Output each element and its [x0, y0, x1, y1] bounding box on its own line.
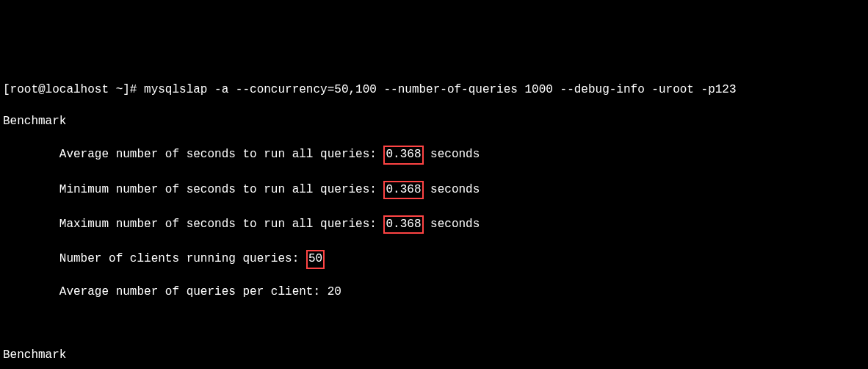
blank-line	[3, 316, 865, 332]
stat-unit: seconds	[424, 183, 480, 196]
highlighted-value: 50	[306, 250, 325, 269]
benchmark-min-line: Minimum number of seconds to run all que…	[3, 181, 865, 200]
highlighted-value: 0.368	[383, 181, 423, 200]
benchmark-max-line: Maximum number of seconds to run all que…	[3, 215, 865, 234]
stat-text: Average number of queries per client: 20	[59, 285, 341, 298]
benchmark-title: Benchmark	[3, 114, 865, 130]
benchmark-clients-line: Number of clients running queries: 50	[3, 250, 865, 269]
stat-unit: seconds	[424, 148, 480, 161]
stat-label: Number of clients running queries:	[59, 252, 306, 265]
stat-label: Average number of seconds to run all que…	[59, 148, 384, 161]
terminal-output: [root@localhost ~]# mysqlslap -a --concu…	[3, 66, 865, 369]
command-text: mysqlslap -a --concurrency=50,100 --numb…	[144, 83, 737, 96]
benchmark-per-client-line: Average number of queries per client: 20	[3, 284, 865, 301]
stat-label: Maximum number of seconds to run all que…	[59, 218, 384, 231]
highlighted-value: 0.368	[383, 215, 423, 234]
highlighted-value: 0.368	[383, 146, 423, 165]
command-line: [root@localhost ~]# mysqlslap -a --concu…	[3, 82, 865, 98]
benchmark-title: Benchmark	[3, 348, 865, 364]
stat-unit: seconds	[424, 218, 480, 231]
benchmark-avg-line: Average number of seconds to run all que…	[3, 146, 865, 165]
shell-prompt: [root@localhost ~]#	[3, 83, 144, 96]
stat-label: Minimum number of seconds to run all que…	[59, 183, 384, 196]
